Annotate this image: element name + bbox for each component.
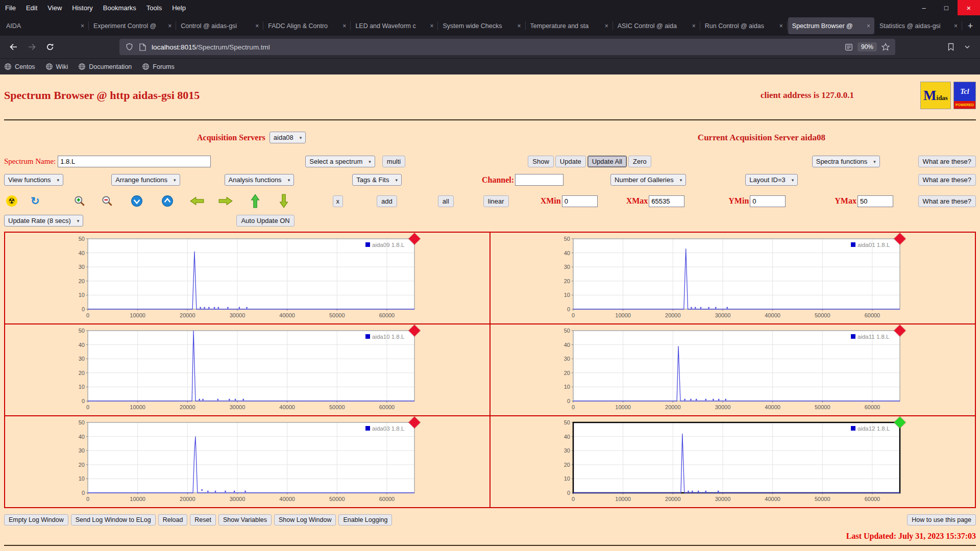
empty-log-window-button[interactable]: Empty Log Window bbox=[4, 514, 68, 525]
tab-close-icon[interactable]: × bbox=[605, 22, 608, 30]
bookmark-wiki[interactable]: Wiki bbox=[45, 63, 68, 70]
spectrum-panel-aida10-1-8-l[interactable]: 0100002000030000400005000060000010203040… bbox=[5, 324, 490, 416]
tab-temperature-and-sta[interactable]: Temperature and sta× bbox=[526, 17, 612, 34]
tab-fadc-align-contro[interactable]: FADC Align & Contro× bbox=[264, 17, 350, 34]
spectra-functions-select[interactable]: Spectra functions ▾ bbox=[812, 156, 880, 167]
update-button[interactable]: Update bbox=[555, 156, 586, 167]
x-button[interactable]: x bbox=[333, 195, 344, 207]
tab-close-icon[interactable]: × bbox=[954, 22, 958, 30]
refresh-button[interactable]: ↻ bbox=[31, 196, 40, 207]
arrange-functions-select[interactable]: Arrange functions ▾ bbox=[111, 174, 180, 186]
tab-statistics-aidas-gsi[interactable]: Statistics @ aidas-gsi× bbox=[875, 17, 962, 34]
close-button[interactable]: × bbox=[958, 0, 980, 15]
tab-control-aidas-gsi[interactable]: Control @ aidas-gsi× bbox=[177, 17, 263, 34]
spectrum-select[interactable]: Select a spectrum ▾ bbox=[305, 156, 375, 167]
tab-system-wide-checks[interactable]: System wide Checks× bbox=[438, 17, 525, 34]
menu-file[interactable]: File bbox=[0, 0, 21, 15]
tab-led-and-waveform-c[interactable]: LED and Waveform c× bbox=[351, 17, 437, 34]
forward-button[interactable] bbox=[23, 39, 40, 55]
page-info-icon[interactable] bbox=[138, 42, 147, 52]
tab-run-control-aidas[interactable]: Run Control @ aidas× bbox=[701, 17, 787, 34]
bookmark-ribbon-icon[interactable] bbox=[946, 42, 955, 52]
menu-tools[interactable]: Tools bbox=[141, 0, 167, 15]
tags-fits-select[interactable]: Tags & Fits ▾ bbox=[352, 174, 402, 186]
spectrum-panel-aida12-1-8-l[interactable]: 0100002000030000400005000060000010203040… bbox=[490, 416, 975, 508]
reload-button[interactable] bbox=[42, 39, 58, 55]
pan-right-button[interactable] bbox=[218, 196, 233, 206]
reload-button[interactable]: Reload bbox=[158, 514, 188, 525]
y-expand-button[interactable] bbox=[161, 195, 174, 207]
tab-close-icon[interactable]: × bbox=[518, 22, 521, 30]
bookmark-star-icon[interactable] bbox=[881, 42, 890, 52]
reader-mode-icon[interactable] bbox=[844, 42, 853, 52]
tab-close-icon[interactable]: × bbox=[255, 22, 259, 30]
new-tab-button[interactable]: + bbox=[962, 18, 978, 34]
tab-aida[interactable]: AIDA× bbox=[2, 17, 88, 34]
what-are-these-button-2[interactable]: What are these? bbox=[918, 174, 976, 186]
xmin-input[interactable] bbox=[562, 195, 598, 207]
spectrum-panel-aida01-1-8-l[interactable]: 0100002000030000400005000060000010203040… bbox=[490, 232, 975, 324]
send-log-window-to-elog-button[interactable]: Send Log Window to ELog bbox=[71, 514, 156, 525]
bookmark-forums[interactable]: Forums bbox=[142, 63, 174, 70]
menu-view[interactable]: View bbox=[42, 0, 67, 15]
tab-close-icon[interactable]: × bbox=[168, 22, 172, 30]
bookmark-documentation[interactable]: Documentation bbox=[78, 63, 132, 70]
ymin-input[interactable] bbox=[750, 195, 786, 207]
tab-close-icon[interactable]: × bbox=[342, 22, 346, 30]
channel-input[interactable] bbox=[515, 174, 564, 186]
show-log-window-button[interactable]: Show Log Window bbox=[274, 514, 336, 525]
show-button[interactable]: Show bbox=[528, 156, 554, 167]
tab-close-icon[interactable]: × bbox=[779, 22, 783, 30]
zoom-out-button[interactable] bbox=[101, 195, 113, 207]
tab-experiment-control[interactable]: Experiment Control @× bbox=[89, 17, 176, 34]
acquisition-server-select[interactable]: aida08 ▾ bbox=[270, 132, 306, 143]
tab-close-icon[interactable]: × bbox=[430, 22, 433, 30]
radiation-button[interactable]: ☢ bbox=[6, 195, 17, 207]
tab-spectrum-browser[interactable]: Spectrum Browser @× bbox=[788, 17, 874, 34]
back-button[interactable] bbox=[5, 39, 21, 55]
tab-close-icon[interactable]: × bbox=[867, 22, 870, 30]
shift-down-button[interactable] bbox=[279, 194, 289, 208]
menu-help[interactable]: Help bbox=[167, 0, 191, 15]
what-are-these-button-3[interactable]: What are these? bbox=[918, 195, 976, 207]
zoom-in-button[interactable] bbox=[74, 195, 86, 207]
add-button[interactable]: add bbox=[377, 195, 397, 207]
tab-asic-control-aida[interactable]: ASIC Control @ aida× bbox=[614, 17, 700, 34]
url-bar[interactable]: localhost:8015/Spectrum/Spectrum.tml 90% bbox=[119, 39, 895, 55]
tab-close-icon[interactable]: × bbox=[692, 22, 696, 30]
show-variables-button[interactable]: Show Variables bbox=[218, 514, 272, 525]
spectrum-panel-aida11-1-8-l[interactable]: 0100002000030000400005000060000010203040… bbox=[490, 324, 975, 416]
analysis-functions-select[interactable]: Analysis functions ▾ bbox=[225, 174, 295, 186]
menu-bookmarks[interactable]: Bookmarks bbox=[98, 0, 141, 15]
linear-button[interactable]: linear bbox=[483, 195, 509, 207]
update-rate-select[interactable]: Update Rate (8 secs) ▾ bbox=[4, 215, 83, 227]
update-all-button[interactable]: Update All bbox=[587, 156, 627, 167]
spectrum-panel-aida09-1-8-l[interactable]: 0100002000030000400005000060000010203040… bbox=[5, 232, 490, 324]
zero-button[interactable]: Zero bbox=[628, 156, 651, 167]
menu-history[interactable]: History bbox=[67, 0, 97, 15]
multi-button[interactable]: multi bbox=[382, 156, 405, 167]
view-functions-select[interactable]: View functions ▾ bbox=[4, 174, 63, 186]
all-button[interactable]: all bbox=[438, 195, 454, 207]
shift-up-button[interactable] bbox=[250, 194, 260, 208]
y-compress-button[interactable] bbox=[131, 195, 143, 207]
menu-edit[interactable]: Edit bbox=[21, 0, 42, 15]
spectrum-name-input[interactable] bbox=[58, 156, 211, 167]
tab-close-icon[interactable]: × bbox=[81, 22, 84, 30]
reset-button[interactable]: Reset bbox=[190, 514, 216, 525]
layout-id-select[interactable]: Layout ID=3 ▾ bbox=[745, 174, 798, 186]
overflow-chevron-icon[interactable] bbox=[963, 42, 972, 52]
enable-logging-button[interactable]: Enable Logging bbox=[338, 514, 392, 525]
maximize-button[interactable]: □ bbox=[935, 0, 958, 15]
pan-left-button[interactable] bbox=[190, 196, 204, 206]
zoom-indicator[interactable]: 90% bbox=[857, 42, 877, 52]
number-of-galleries-select[interactable]: Number of Galleries ▾ bbox=[610, 174, 686, 186]
xmax-input[interactable] bbox=[649, 195, 684, 207]
what-are-these-button-1[interactable]: What are these? bbox=[918, 156, 976, 167]
ymax-input[interactable] bbox=[857, 195, 893, 207]
minimize-button[interactable]: – bbox=[913, 0, 935, 15]
how-to-use-button[interactable]: How to use this page bbox=[907, 514, 976, 525]
auto-update-button[interactable]: Auto Update ON bbox=[236, 215, 294, 227]
spectrum-panel-aida03-1-8-l[interactable]: 0100002000030000400005000060000010203040… bbox=[5, 416, 490, 508]
bookmark-centos[interactable]: Centos bbox=[4, 63, 35, 70]
